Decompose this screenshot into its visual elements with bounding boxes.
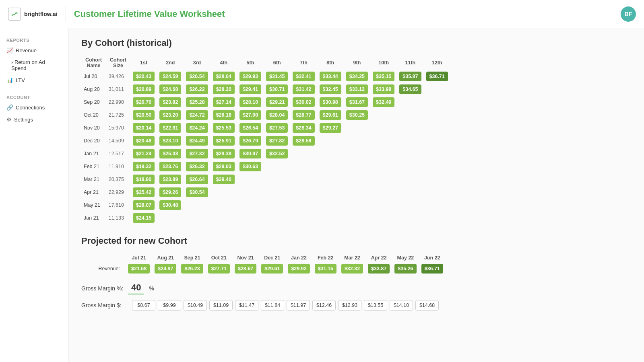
gross-margin-pct-label: Gross Margin %:: [81, 285, 123, 292]
col-12th: 12th: [424, 56, 450, 70]
proj-col-mar22: Mar 22: [339, 253, 365, 262]
green-value: $24.68: [159, 84, 181, 94]
account-section-label: ACCOUNT: [0, 92, 68, 101]
sidebar-item-connections-label: Connections: [16, 105, 45, 111]
value-cell: $27.32: [184, 147, 210, 160]
value-cell: $20.70: [130, 96, 157, 109]
col-3rd: 3rd: [184, 56, 210, 70]
green-value: $24.72: [186, 110, 208, 120]
green-value: $34.65: [399, 84, 421, 94]
gross-margin-dollar-label: Gross Margin $:: [81, 302, 130, 309]
connections-icon: 🔗: [6, 104, 13, 111]
header-title: Customer Lifetime Value Worksheet: [74, 9, 225, 19]
sidebar-item-roas[interactable]: › Return on Ad Spend: [0, 56, 68, 74]
value-cell: $32.52: [264, 147, 290, 160]
projected-revenue-cell: $28.67: [232, 262, 259, 275]
gross-margin-dollar-row: Gross Margin $: $8.67$9.99$10.49$11.09$1…: [81, 300, 631, 311]
value-cell: $32.49: [370, 96, 397, 109]
sidebar-item-ltv[interactable]: 📊 LTV: [0, 74, 68, 86]
table-row: Jan 2112,517$21.24$25.03$27.32$29.38$30.…: [81, 147, 450, 160]
green-value: $29.38: [213, 149, 235, 158]
main-content: By Cohort (historical) CohortName Cohort…: [68, 28, 644, 362]
gm-dollar-cell: $10.49: [184, 300, 207, 311]
cohort-size-cell: 11,910: [106, 160, 130, 173]
green-value: $26.32: [186, 162, 208, 171]
green-value: $28.64: [213, 72, 235, 81]
value-cell: $31.67: [344, 96, 370, 109]
projected-green-value: $35.26: [394, 264, 416, 274]
cohort-name-cell: Jun 21: [81, 212, 106, 224]
value-cell: $20.50: [130, 109, 157, 121]
col-9th: 9th: [344, 56, 370, 70]
cohort-size-cell: 15,970: [106, 121, 130, 134]
cohort-name-cell: Jan 21: [81, 147, 106, 160]
green-value: $23.82: [159, 97, 181, 107]
value-cell: $20.48: [130, 134, 157, 147]
cohort-size-cell: 20,375: [106, 173, 130, 186]
value-cell: $29.61: [317, 109, 344, 121]
table-row: Feb 2111,910$19.32$23.76$26.32$29.03$30.…: [81, 160, 450, 173]
projected-green-value: $36.71: [421, 264, 443, 274]
projected-section: Projected for new Cohort Jul 21 Aug 21 S…: [81, 236, 631, 311]
gross-margin-pct-row: Gross Margin %: 40 %: [81, 282, 631, 294]
sidebar-item-connections[interactable]: 🔗 Connections: [0, 101, 68, 113]
projected-revenue-cell: $29.92: [285, 262, 312, 275]
green-value: $28.77: [293, 110, 314, 120]
value-cell: $28.20: [211, 83, 237, 96]
cohort-size-cell: 21,725: [106, 109, 130, 121]
green-value: $36.71: [426, 72, 448, 81]
value-cell: $25.28: [184, 96, 210, 109]
green-value: $30.98: [320, 97, 341, 107]
green-value: $28.20: [213, 84, 235, 94]
green-value: $23.89: [159, 175, 181, 184]
value-cell: $30.97: [237, 147, 264, 160]
green-value: $29.93: [239, 72, 261, 81]
logo-divider: [66, 6, 66, 22]
green-value: $29.40: [213, 175, 235, 184]
cohort-name-cell: Jul 20: [81, 70, 106, 83]
proj-col-dec21: Dec 21: [259, 253, 285, 262]
cohort-name-cell: Aug 20: [81, 83, 106, 96]
value-cell: $29.21: [264, 96, 290, 109]
green-value: $20.14: [133, 123, 155, 133]
green-value: $28.04: [266, 110, 288, 120]
cohort-name-cell: Oct 20: [81, 109, 106, 121]
green-value: $19.32: [133, 162, 155, 171]
value-cell: $20.89: [130, 83, 157, 96]
green-value: $23.76: [159, 162, 181, 171]
sidebar-item-settings[interactable]: ⚙ Settings: [0, 113, 68, 125]
header: brightflow.ai Customer Lifetime Value Wo…: [0, 0, 644, 28]
projected-green-value: $33.87: [368, 264, 390, 274]
projected-green-value: $24.97: [155, 264, 176, 274]
settings-icon: ⚙: [6, 116, 12, 123]
value-cell: $28.58: [290, 134, 317, 147]
green-value: $20.70: [133, 97, 155, 107]
value-cell: $18.80: [130, 173, 157, 186]
value-cell: $35.87: [397, 70, 423, 83]
projected-revenue-cell: $33.87: [365, 262, 392, 275]
projected-green-value: $27.71: [208, 264, 230, 274]
value-cell: $31.42: [290, 83, 317, 96]
sidebar-item-revenue[interactable]: 📈 Revenue: [0, 44, 68, 56]
value-cell: $32.45: [317, 83, 344, 96]
proj-col-jul21: Jul 21: [126, 253, 152, 262]
value-cell: $24.49: [184, 134, 210, 147]
cohort-size-cell: 22,990: [106, 96, 130, 109]
value-cell: $29.93: [237, 70, 264, 83]
green-value: $20.43: [133, 72, 155, 81]
col-10th: 10th: [370, 56, 397, 70]
green-value: $30.25: [346, 110, 368, 120]
value-cell: $29.40: [211, 173, 237, 186]
green-value: $27.82: [266, 136, 288, 146]
projected-section-title: Projected for new Cohort: [81, 236, 631, 246]
green-value: $28.34: [293, 123, 314, 133]
gm-dollar-cell: $12.46: [312, 300, 336, 311]
value-cell: $26.32: [184, 160, 210, 173]
value-cell: $26.54: [184, 70, 210, 83]
value-cell: $27.00: [237, 109, 264, 121]
gm-dollar-cell: $12.93: [338, 300, 361, 311]
green-value: $27.00: [239, 110, 261, 120]
gross-margin-pct-value[interactable]: 40: [128, 282, 144, 294]
green-value: $18.80: [133, 175, 155, 184]
avatar[interactable]: BF: [621, 6, 636, 22]
